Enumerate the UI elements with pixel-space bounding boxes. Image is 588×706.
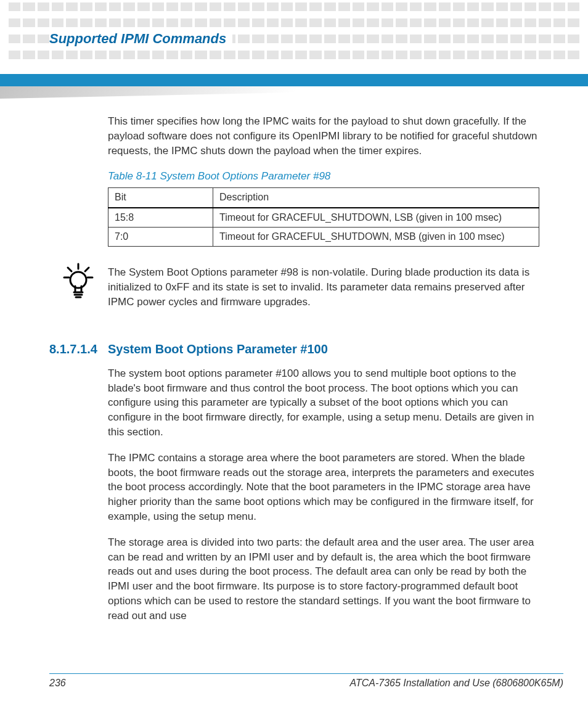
section-paragraph-1: The system boot options parameter #100 a… xyxy=(108,366,539,440)
cell-bit: 15:8 xyxy=(108,208,213,228)
header-shadow xyxy=(0,86,588,99)
tip-paragraph: The System Boot Options parameter #98 is… xyxy=(108,265,539,309)
cell-desc: Timeout for GRACEFUL_SHUTDOWN, MSB (give… xyxy=(213,227,539,246)
section-paragraph-3: The storage area is divided into two par… xyxy=(108,535,539,623)
svg-line-2 xyxy=(85,268,89,271)
svg-point-5 xyxy=(70,272,86,288)
tip-note-block: The System Boot Options parameter #98 is… xyxy=(108,265,539,309)
decorative-dot-grid xyxy=(0,0,588,55)
table-row: 7:0 Timeout for GRACEFUL_SHUTDOWN, MSB (… xyxy=(108,227,539,246)
page-footer: 236 ATCA-7365 Installation and Use (6806… xyxy=(49,673,563,689)
document-id: ATCA-7365 Installation and Use (6806800K… xyxy=(349,678,563,689)
table-row: 15:8 Timeout for GRACEFUL_SHUTDOWN, LSB … xyxy=(108,208,539,228)
table-header-bit: Bit xyxy=(108,188,213,208)
intro-paragraph: This timer specifies how long the IPMC w… xyxy=(108,114,539,158)
boot-options-param98-table: Bit Description 15:8 Timeout for GRACEFU… xyxy=(108,187,539,247)
page-number: 236 xyxy=(49,678,66,689)
section-paragraph-2: The IPMC contains a storage area where t… xyxy=(108,451,539,524)
subsection-heading: 8.1.7.1.4 System Boot Options Parameter … xyxy=(108,340,539,358)
table-header-desc: Description xyxy=(213,188,539,208)
cell-desc: Timeout for GRACEFUL_SHUTDOWN, LSB (give… xyxy=(213,208,539,228)
svg-line-1 xyxy=(68,268,71,271)
running-header-title: Supported IPMI Commands xyxy=(49,31,232,47)
lightbulb-icon xyxy=(62,263,95,300)
section-number: 8.1.7.1.4 xyxy=(49,340,97,358)
table-caption: Table 8-11 System Boot Options Parameter… xyxy=(108,169,539,184)
page-content: This timer specifies how long the IPMC w… xyxy=(108,114,539,634)
cell-bit: 7:0 xyxy=(108,227,213,246)
table-header-row: Bit Description xyxy=(108,188,539,208)
section-title: System Boot Options Parameter #100 xyxy=(108,342,328,356)
header-accent-bar xyxy=(0,74,588,86)
